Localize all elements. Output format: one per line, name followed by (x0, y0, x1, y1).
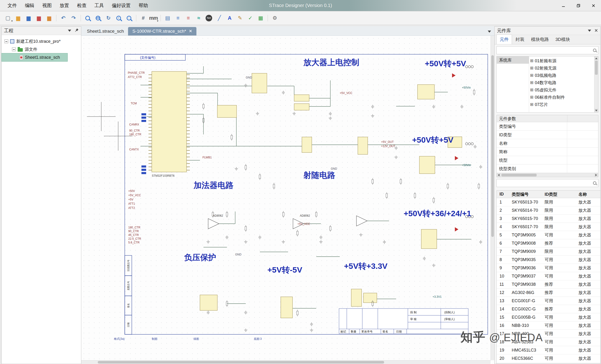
unit-mm-button[interactable]: mm ▾ (149, 13, 158, 23)
scroll-right-icon[interactable] (594, 173, 598, 177)
align-center-button[interactable]: ≡ (183, 13, 193, 23)
align-distribute-button[interactable]: ≡ (173, 13, 183, 23)
component-row[interactable]: 7 TQP3M9009 限用 放大器 (497, 247, 600, 256)
brush-button[interactable]: ✎ (235, 13, 245, 23)
tab-list-dropdown-icon[interactable] (488, 30, 491, 33)
collapse-icon[interactable] (4, 40, 8, 43)
erc-check-button[interactable]: ✓ (245, 13, 255, 23)
component-row[interactable]: 3 SKY65015-70 限用 放大器 (497, 214, 600, 223)
close-button[interactable] (586, 0, 601, 11)
component-row[interactable]: 8 TQP3M9035 可用 放大器 (497, 256, 600, 264)
panel-dropdown-icon[interactable] (68, 30, 71, 32)
find-text-button[interactable]: AB (93, 13, 103, 23)
library-category[interactable]: ⊞ 07芯片 (530, 101, 593, 108)
component-row[interactable]: 1 SKY65013-70 限用 放大器 (497, 198, 600, 206)
expand-plus-icon[interactable]: ⊞ (530, 73, 533, 78)
param-row[interactable]: 简称 (497, 148, 598, 156)
tab-close-icon[interactable] (189, 29, 192, 34)
open-file-button[interactable]: ▆ (13, 13, 23, 23)
param-row[interactable]: 类型编号 (497, 122, 598, 131)
component-row[interactable]: 19 HMC451LC3 可用 放大器 (497, 346, 600, 354)
zoom-out-button[interactable]: − (124, 13, 134, 23)
param-row[interactable]: ID类型 (497, 131, 598, 139)
component-row[interactable]: 16 NBB-310 可用 放大器 (497, 322, 600, 330)
param-row[interactable]: 统型类别 (497, 164, 598, 173)
system-library-item[interactable]: 系统库 (497, 56, 529, 64)
expand-plus-icon[interactable]: ⊞ (530, 95, 533, 100)
scrollbar-thumb[interactable] (98, 361, 384, 364)
component-row[interactable]: 10 TQP3M9037 可用 放大器 (497, 272, 600, 280)
save-as-pdf-button[interactable]: ▆ (34, 13, 44, 23)
expand-plus-icon[interactable]: ⊞ (530, 87, 533, 92)
component-search-input[interactable] (499, 179, 593, 187)
menu-file[interactable]: 文件 (4, 1, 21, 10)
component-row[interactable]: 5 TQP3M9005 可用 放大器 (497, 231, 600, 239)
library-tab-footprints[interactable]: 封装 (512, 35, 528, 44)
expand-plus-icon[interactable]: ⊞ (530, 102, 533, 107)
panel-close-icon[interactable] (594, 28, 598, 33)
scroll-down-icon[interactable] (594, 109, 598, 112)
component-row[interactable]: 14 ECG002C-G 推荐 放大器 (497, 305, 600, 313)
scroll-left-icon[interactable] (497, 173, 501, 177)
library-tab-components[interactable]: 元件 (496, 35, 512, 44)
export-image-button[interactable]: ▆ (44, 13, 54, 23)
library-tree-scrollbar[interactable] (594, 56, 598, 112)
library-category[interactable]: ⊞ 04数字电路 (530, 79, 593, 86)
canvas-horizontal-scrollbar[interactable] (81, 360, 491, 364)
place-text-button[interactable]: A (225, 13, 234, 23)
scroll-up-icon[interactable] (594, 56, 598, 60)
component-row[interactable]: 4 SKY65017-70 限用 放大器 (497, 223, 600, 231)
search-icon[interactable] (593, 182, 596, 185)
draw-line-button[interactable]: ╱ (214, 13, 224, 23)
menu-tools[interactable]: 工具 (91, 1, 108, 10)
library-tab-3d-modules[interactable]: 3D模块 (552, 35, 573, 44)
settings-button[interactable]: ⚙ (270, 13, 280, 23)
grid-toggle-button[interactable]: # (138, 13, 148, 23)
library-category[interactable]: ⊞ 03低频电路 (530, 72, 593, 79)
tab-sheet1[interactable]: Sheet1.strace_sch (83, 27, 128, 35)
refresh-button[interactable]: ↻ (103, 13, 113, 23)
zoom-window-button[interactable] (83, 13, 93, 23)
minimize-button[interactable] (556, 0, 571, 11)
library-search-input[interactable] (499, 47, 593, 54)
panel-dropdown-icon[interactable] (588, 30, 591, 32)
canvas-vertical-scrollbar[interactable] (491, 36, 494, 360)
library-category[interactable]: ⊞ 01射频有源 (530, 57, 593, 64)
component-row[interactable]: 12 AG302-86G 推荐 放大器 (497, 289, 600, 297)
component-row[interactable]: 17 NBB-400 可用 放大器 (497, 330, 600, 338)
library-tab-module-circuits[interactable]: 模块电路 (528, 35, 552, 44)
tab-s-1000w-ctr[interactable]: S-1000W-CTR.strace_sch* (128, 27, 196, 35)
component-row[interactable]: 6 TQP3M9008 推荐 放大器 (497, 239, 600, 247)
save-button[interactable]: ▆ (23, 13, 33, 23)
tree-item-sheet1[interactable]: Sheet1.strace_sch (2, 53, 67, 61)
component-row[interactable]: 15 ECG005B-G 可用 放大器 (497, 313, 600, 322)
menu-preferences[interactable]: 偏好设置 (108, 1, 134, 10)
component-row[interactable]: 20 HEC5366C 可用 放大器 (497, 354, 600, 363)
param-row[interactable]: 名称 (497, 139, 598, 148)
schematic-canvas[interactable]: (文件编号) 旧底图总号 底图总号 签名 日期 格式(3a) 制图 描图 底图:… (81, 36, 494, 364)
restore-button[interactable] (571, 0, 586, 11)
page-settings-button[interactable]: ▤ (163, 13, 172, 23)
menu-edit[interactable]: 编辑 (21, 1, 38, 10)
undo-button[interactable]: ↶ (58, 13, 68, 23)
component-row[interactable]: 13 ECG001F-G 可用 放大器 (497, 297, 600, 305)
library-category[interactable]: ⊞ 06标准件自制件 (530, 93, 593, 101)
component-row[interactable]: 2 SKY65014-70 限用 放大器 (497, 206, 600, 214)
menu-place[interactable]: 放置 (56, 1, 73, 10)
pin-icon[interactable] (74, 28, 79, 33)
net-label-button[interactable]: Net (204, 13, 214, 23)
library-category[interactable]: ⊞ 02射频无源 (530, 64, 593, 72)
library-category[interactable]: ⊞ 05虚拟元件 (530, 86, 593, 93)
expand-plus-icon[interactable]: ⊞ (530, 66, 533, 71)
collapse-icon[interactable] (12, 48, 16, 51)
parameters-horizontal-scrollbar[interactable] (497, 173, 598, 177)
tree-item-source-folder[interactable]: 源文件 (2, 45, 81, 53)
redo-button[interactable]: ↷ (69, 13, 79, 23)
wave-route-button[interactable]: ≈ (194, 13, 203, 23)
menu-help[interactable]: 帮助 (135, 1, 152, 10)
component-row[interactable]: 11 TQP3M9038 推荐 放大器 (497, 280, 600, 289)
tree-item-project-root[interactable]: 新建工程10.strace_pro* (2, 37, 81, 45)
scrollbar-thumb[interactable] (595, 61, 598, 75)
component-row[interactable]: 18 ABA-52563 可用 放大器 (497, 338, 600, 346)
bom-table-button[interactable]: ▦ (256, 13, 265, 23)
